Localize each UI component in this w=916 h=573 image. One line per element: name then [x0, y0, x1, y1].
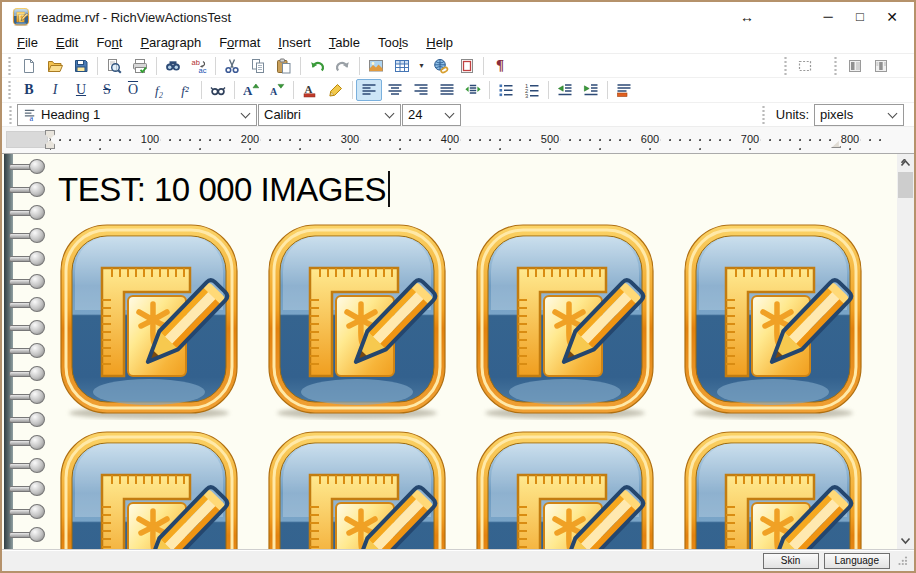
- document-page[interactable]: TEST: 10 000 IMAGES: [2, 154, 897, 549]
- spiral-pin: [9, 435, 45, 449]
- document-image[interactable]: [474, 224, 656, 420]
- scrollbar-thumb[interactable]: [898, 172, 913, 198]
- bold-button[interactable]: B: [16, 79, 42, 101]
- numbered-list-button[interactable]: 123: [519, 79, 545, 101]
- open-button[interactable]: [42, 55, 68, 77]
- document-image[interactable]: [58, 431, 240, 549]
- style-combobox[interactable]: a Heading 1: [17, 104, 257, 126]
- font-combobox[interactable]: Calibri: [258, 104, 401, 126]
- ruler-label: 600: [639, 132, 661, 146]
- superscript-button[interactable]: f²: [172, 79, 198, 101]
- undo-icon: [309, 58, 325, 74]
- overline-button[interactable]: O: [120, 79, 146, 101]
- toolbar-separator: [489, 81, 490, 99]
- outdent-button[interactable]: [552, 79, 578, 101]
- justify-extend-button[interactable]: [460, 79, 486, 101]
- menu-help[interactable]: Help: [417, 32, 462, 54]
- menu-format[interactable]: Format: [210, 32, 269, 54]
- bullet-list-button[interactable]: [493, 79, 519, 101]
- align-left-button[interactable]: [356, 79, 382, 101]
- replace-button[interactable]: abac: [186, 55, 212, 77]
- toolbar-grip[interactable]: [783, 57, 788, 75]
- ruler-subticks: [50, 148, 886, 151]
- page-layout-double-button[interactable]: [868, 55, 894, 77]
- ruler-label: 800: [839, 132, 861, 146]
- maximize-button[interactable]: □: [844, 2, 876, 32]
- document-image[interactable]: [682, 431, 864, 549]
- toolbar-grip[interactable]: [761, 106, 766, 124]
- app-logo-icon: [12, 8, 30, 26]
- menu-paragraph[interactable]: Paragraph: [131, 32, 210, 54]
- minimize-button[interactable]: ─: [812, 2, 844, 32]
- print-preview-button[interactable]: [101, 55, 127, 77]
- subscript-button[interactable]: f₂: [146, 79, 172, 101]
- font-value: Calibri: [264, 107, 381, 122]
- align-center-button[interactable]: [382, 79, 408, 101]
- table-dropdown-button[interactable]: ▾: [415, 55, 428, 77]
- align-right-button[interactable]: [408, 79, 434, 101]
- toolbar-grip[interactable]: [7, 57, 12, 75]
- hidden-text-button[interactable]: [205, 79, 231, 101]
- cut-button[interactable]: [219, 55, 245, 77]
- justify-button[interactable]: [434, 79, 460, 101]
- resize-arrows-icon[interactable]: ↔: [740, 9, 754, 25]
- toolbar-separator: [293, 81, 294, 99]
- units-combobox[interactable]: pixels: [814, 104, 904, 126]
- svg-text:3: 3: [525, 93, 528, 98]
- redo-button[interactable]: [330, 55, 356, 77]
- new-document-button[interactable]: [16, 55, 42, 77]
- scroll-up-button[interactable]: [897, 154, 914, 171]
- replace-icon: abac: [191, 58, 207, 74]
- left-indent-marker[interactable]: [45, 130, 55, 149]
- undo-button[interactable]: [304, 55, 330, 77]
- insert-frame-button[interactable]: [454, 55, 480, 77]
- standard-toolbar: abac▾¶: [2, 54, 914, 78]
- grow-font-button[interactable]: A: [238, 79, 264, 101]
- font-size-combobox[interactable]: 24: [402, 104, 461, 126]
- insert-picture-icon: [368, 58, 384, 74]
- menu-edit[interactable]: Edit: [47, 32, 87, 54]
- toolbar-grip[interactable]: [7, 81, 12, 99]
- copy-button[interactable]: [245, 55, 271, 77]
- resize-grip[interactable]: [897, 555, 908, 566]
- horizontal-ruler: 100200300400500600700800: [2, 127, 914, 154]
- find-button[interactable]: [160, 55, 186, 77]
- language-button[interactable]: Language: [824, 553, 891, 569]
- insert-table-button[interactable]: [389, 55, 415, 77]
- paste-button[interactable]: [271, 55, 297, 77]
- print-button[interactable]: [127, 55, 153, 77]
- paragraph-shading-button[interactable]: [611, 79, 637, 101]
- save-button[interactable]: [68, 55, 94, 77]
- menu-table[interactable]: Table: [320, 32, 369, 54]
- document-image[interactable]: [58, 224, 240, 420]
- menu-file[interactable]: File: [8, 32, 47, 54]
- toolbar-grip[interactable]: [833, 57, 838, 75]
- document-image[interactable]: [266, 224, 448, 420]
- italic-button[interactable]: I: [42, 79, 68, 101]
- menu-tools[interactable]: Tools: [369, 32, 417, 54]
- spiral-pin: [9, 228, 45, 242]
- document-image[interactable]: [682, 224, 864, 420]
- underline-icon: U: [76, 83, 86, 97]
- selection-marquee-button[interactable]: [792, 55, 818, 77]
- strikethrough-button[interactable]: S: [94, 79, 120, 101]
- underline-button[interactable]: U: [68, 79, 94, 101]
- page-layout-single-button[interactable]: [842, 55, 868, 77]
- insert-hyperlink-icon: [433, 58, 449, 74]
- toolbar-grip[interactable]: [8, 106, 13, 124]
- shrink-font-button[interactable]: A: [264, 79, 290, 101]
- font-color-button[interactable]: A: [297, 79, 323, 101]
- paragraph-marks-button[interactable]: ¶: [487, 55, 513, 77]
- indent-button[interactable]: [578, 79, 604, 101]
- insert-hyperlink-button[interactable]: [428, 55, 454, 77]
- document-heading[interactable]: TEST: 10 000 IMAGES: [58, 170, 897, 210]
- scroll-down-button[interactable]: [897, 532, 914, 549]
- document-image[interactable]: [266, 431, 448, 549]
- insert-picture-button[interactable]: [363, 55, 389, 77]
- highlight-button[interactable]: [323, 79, 349, 101]
- document-image[interactable]: [474, 431, 656, 549]
- close-button[interactable]: ✕: [876, 2, 908, 32]
- skin-button[interactable]: Skin: [763, 553, 819, 569]
- menu-insert[interactable]: Insert: [269, 32, 320, 54]
- menu-font[interactable]: Font: [87, 32, 131, 54]
